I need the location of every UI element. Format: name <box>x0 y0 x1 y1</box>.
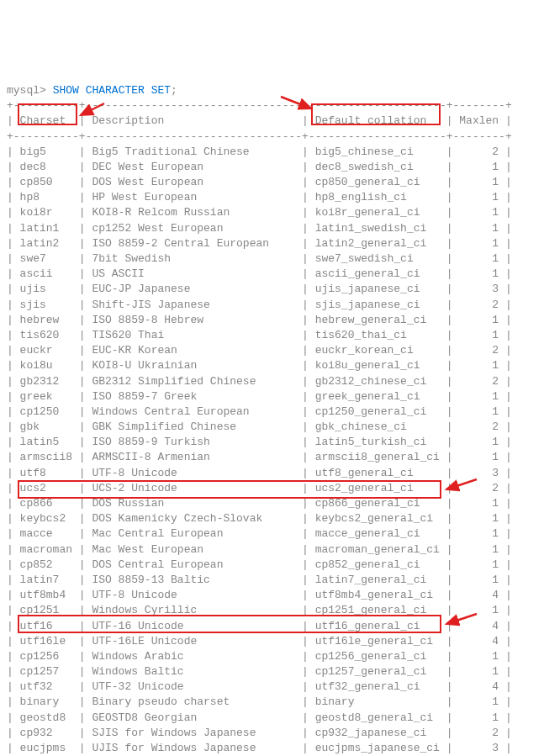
sql-command: SHOW CHARACTER SET <box>53 84 171 97</box>
result-table: +----------+----------------------------… <box>7 98 512 756</box>
mysql-prompt: mysql> <box>7 84 46 97</box>
semicolon: ; <box>171 84 177 97</box>
